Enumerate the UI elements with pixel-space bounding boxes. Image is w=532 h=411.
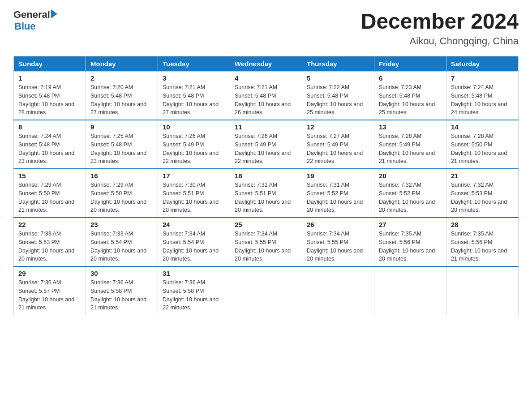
day-number: 7	[451, 74, 514, 82]
calendar-day-cell: 30 Sunrise: 7:36 AMSunset: 5:58 PMDaylig…	[86, 266, 158, 315]
header-friday: Friday	[374, 56, 446, 72]
day-number: 8	[18, 123, 81, 131]
calendar-day-cell: 10 Sunrise: 7:26 AMSunset: 5:49 PMDaylig…	[158, 120, 230, 169]
day-info: Sunrise: 7:21 AMSunset: 5:48 PMDaylight:…	[235, 84, 291, 116]
day-info: Sunrise: 7:23 AMSunset: 5:48 PMDaylight:…	[379, 84, 435, 116]
header-row: SundayMondayTuesdayWednesdayThursdayFrid…	[14, 56, 519, 72]
day-info: Sunrise: 7:27 AMSunset: 5:49 PMDaylight:…	[307, 133, 363, 164]
calendar-week-row: 29 Sunrise: 7:36 AMSunset: 5:57 PMDaylig…	[14, 266, 519, 315]
day-info: Sunrise: 7:32 AMSunset: 5:53 PMDaylight:…	[451, 182, 507, 213]
day-number: 17	[163, 172, 225, 180]
day-number: 22	[18, 221, 81, 228]
calendar-day-cell: 5 Sunrise: 7:22 AMSunset: 5:48 PMDayligh…	[302, 72, 374, 120]
calendar-week-row: 1 Sunrise: 7:19 AMSunset: 5:48 PMDayligh…	[14, 72, 519, 120]
calendar-day-cell: 28 Sunrise: 7:35 AMSunset: 5:56 PMDaylig…	[446, 218, 519, 266]
calendar-day-cell: 6 Sunrise: 7:23 AMSunset: 5:48 PMDayligh…	[374, 72, 446, 120]
calendar-day-cell: 1 Sunrise: 7:19 AMSunset: 5:48 PMDayligh…	[14, 72, 86, 120]
month-year-title: December 2024	[361, 9, 519, 34]
calendar-day-cell	[302, 266, 374, 315]
day-info: Sunrise: 7:28 AMSunset: 5:50 PMDaylight:…	[451, 133, 507, 164]
day-info: Sunrise: 7:26 AMSunset: 5:49 PMDaylight:…	[163, 133, 219, 164]
calendar-day-cell: 25 Sunrise: 7:34 AMSunset: 5:55 PMDaylig…	[230, 218, 302, 266]
calendar-day-cell: 14 Sunrise: 7:28 AMSunset: 5:50 PMDaylig…	[446, 120, 519, 169]
calendar-day-cell: 11 Sunrise: 7:26 AMSunset: 5:49 PMDaylig…	[230, 120, 302, 169]
calendar-day-cell: 29 Sunrise: 7:36 AMSunset: 5:57 PMDaylig…	[14, 266, 86, 315]
day-info: Sunrise: 7:21 AMSunset: 5:48 PMDaylight:…	[163, 84, 219, 116]
day-info: Sunrise: 7:34 AMSunset: 5:55 PMDaylight:…	[307, 231, 363, 262]
day-number: 31	[163, 270, 225, 277]
day-info: Sunrise: 7:22 AMSunset: 5:48 PMDaylight:…	[307, 84, 363, 116]
day-info: Sunrise: 7:24 AMSunset: 5:48 PMDaylight:…	[451, 84, 507, 116]
day-number: 13	[379, 123, 442, 131]
day-number: 3	[163, 74, 225, 82]
calendar-day-cell: 12 Sunrise: 7:27 AMSunset: 5:49 PMDaylig…	[302, 120, 374, 169]
calendar-day-cell	[446, 266, 519, 315]
calendar-table: SundayMondayTuesdayWednesdayThursdayFrid…	[13, 56, 519, 315]
header-tuesday: Tuesday	[158, 56, 230, 72]
day-number: 11	[235, 123, 297, 131]
location-subtitle: Aikou, Chongqing, China	[361, 35, 519, 47]
day-number: 9	[90, 123, 153, 131]
calendar-day-cell: 27 Sunrise: 7:35 AMSunset: 5:56 PMDaylig…	[374, 218, 446, 266]
calendar-day-cell: 13 Sunrise: 7:28 AMSunset: 5:49 PMDaylig…	[374, 120, 446, 169]
day-number: 27	[379, 221, 442, 228]
day-info: Sunrise: 7:32 AMSunset: 5:52 PMDaylight:…	[379, 182, 435, 213]
logo-blue-text: Blue	[14, 21, 57, 32]
day-info: Sunrise: 7:26 AMSunset: 5:49 PMDaylight:…	[235, 133, 291, 164]
header-saturday: Saturday	[446, 56, 519, 72]
day-info: Sunrise: 7:34 AMSunset: 5:55 PMDaylight:…	[235, 231, 291, 262]
title-area: December 2024 Aikou, Chongqing, China	[361, 9, 519, 47]
calendar-day-cell: 23 Sunrise: 7:33 AMSunset: 5:54 PMDaylig…	[86, 218, 158, 266]
day-info: Sunrise: 7:29 AMSunset: 5:50 PMDaylight:…	[90, 182, 146, 213]
calendar-day-cell: 31 Sunrise: 7:36 AMSunset: 5:58 PMDaylig…	[158, 266, 230, 315]
day-info: Sunrise: 7:19 AMSunset: 5:48 PMDaylight:…	[18, 84, 74, 116]
calendar-day-cell: 18 Sunrise: 7:31 AMSunset: 5:51 PMDaylig…	[230, 169, 302, 218]
calendar-day-cell: 22 Sunrise: 7:33 AMSunset: 5:53 PMDaylig…	[14, 218, 86, 266]
day-info: Sunrise: 7:28 AMSunset: 5:49 PMDaylight:…	[379, 133, 435, 164]
day-number: 16	[90, 172, 153, 180]
calendar-day-cell	[374, 266, 446, 315]
day-number: 10	[163, 123, 225, 131]
calendar-day-cell: 19 Sunrise: 7:31 AMSunset: 5:52 PMDaylig…	[302, 169, 374, 218]
page-header: General Blue December 2024 Aikou, Chongq…	[13, 9, 519, 47]
header-sunday: Sunday	[14, 56, 86, 72]
calendar-day-cell: 20 Sunrise: 7:32 AMSunset: 5:52 PMDaylig…	[374, 169, 446, 218]
calendar-day-cell: 24 Sunrise: 7:34 AMSunset: 5:54 PMDaylig…	[158, 218, 230, 266]
day-info: Sunrise: 7:34 AMSunset: 5:54 PMDaylight:…	[163, 231, 219, 262]
calendar-day-cell: 4 Sunrise: 7:21 AMSunset: 5:48 PMDayligh…	[230, 72, 302, 120]
calendar-day-cell: 7 Sunrise: 7:24 AMSunset: 5:48 PMDayligh…	[446, 72, 519, 120]
day-number: 18	[235, 172, 297, 180]
day-number: 4	[235, 74, 297, 82]
day-info: Sunrise: 7:31 AMSunset: 5:51 PMDaylight:…	[235, 182, 291, 213]
calendar-day-cell: 3 Sunrise: 7:21 AMSunset: 5:48 PMDayligh…	[158, 72, 230, 120]
day-info: Sunrise: 7:20 AMSunset: 5:48 PMDaylight:…	[90, 84, 146, 116]
day-number: 25	[235, 221, 297, 228]
day-info: Sunrise: 7:35 AMSunset: 5:56 PMDaylight:…	[451, 231, 507, 262]
day-number: 12	[307, 123, 369, 131]
calendar-day-cell: 21 Sunrise: 7:32 AMSunset: 5:53 PMDaylig…	[446, 169, 519, 218]
logo-general-text: General	[13, 9, 50, 21]
day-info: Sunrise: 7:36 AMSunset: 5:58 PMDaylight:…	[90, 279, 146, 311]
day-number: 19	[307, 172, 369, 180]
calendar-day-cell: 2 Sunrise: 7:20 AMSunset: 5:48 PMDayligh…	[86, 72, 158, 120]
calendar-day-cell: 16 Sunrise: 7:29 AMSunset: 5:50 PMDaylig…	[86, 169, 158, 218]
calendar-day-cell: 15 Sunrise: 7:29 AMSunset: 5:50 PMDaylig…	[14, 169, 86, 218]
day-number: 23	[90, 221, 153, 228]
day-number: 21	[451, 172, 514, 180]
calendar-day-cell: 8 Sunrise: 7:24 AMSunset: 5:48 PMDayligh…	[14, 120, 86, 169]
day-info: Sunrise: 7:33 AMSunset: 5:53 PMDaylight:…	[18, 231, 74, 262]
header-monday: Monday	[86, 56, 158, 72]
calendar-week-row: 15 Sunrise: 7:29 AMSunset: 5:50 PMDaylig…	[14, 169, 519, 218]
day-number: 2	[90, 74, 153, 82]
day-number: 15	[18, 172, 81, 180]
logo-triangle-icon	[51, 9, 57, 18]
day-number: 1	[18, 74, 81, 82]
header-wednesday: Wednesday	[230, 56, 302, 72]
day-info: Sunrise: 7:25 AMSunset: 5:48 PMDaylight:…	[90, 133, 146, 164]
day-number: 14	[451, 123, 514, 131]
header-thursday: Thursday	[302, 56, 374, 72]
day-number: 5	[307, 74, 369, 82]
calendar-day-cell: 9 Sunrise: 7:25 AMSunset: 5:48 PMDayligh…	[86, 120, 158, 169]
day-info: Sunrise: 7:35 AMSunset: 5:56 PMDaylight:…	[379, 231, 435, 262]
calendar-week-row: 22 Sunrise: 7:33 AMSunset: 5:53 PMDaylig…	[14, 218, 519, 266]
